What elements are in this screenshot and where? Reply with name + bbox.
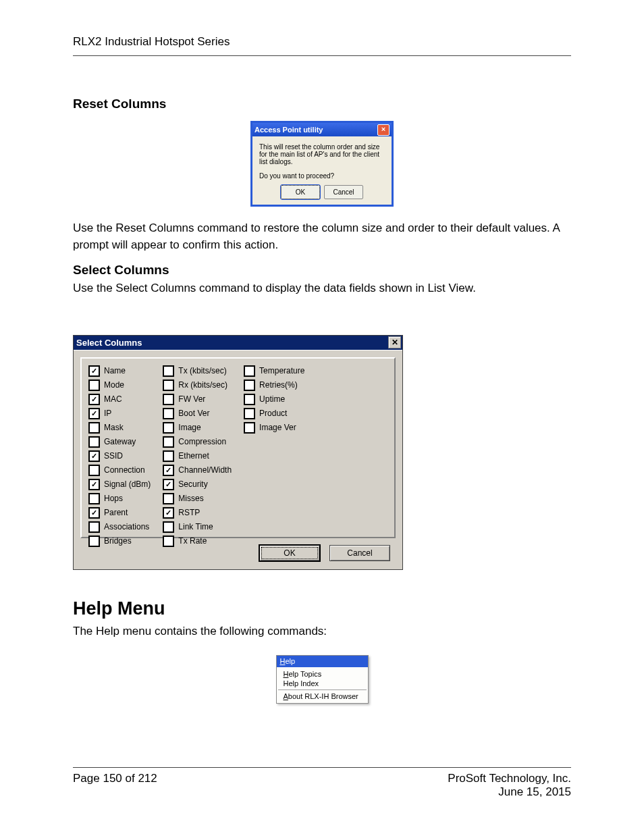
checkbox-mask[interactable]: Mask bbox=[88, 422, 151, 434]
checkbox-label: MAC bbox=[104, 394, 122, 404]
cancel-button[interactable]: Cancel bbox=[324, 185, 363, 199]
close-icon[interactable]: × bbox=[377, 124, 390, 136]
checkbox-icon[interactable]: ✓ bbox=[88, 450, 100, 462]
checkbox-tx-rate[interactable]: Tx Rate bbox=[163, 536, 232, 547]
checkbox-label: IP bbox=[104, 409, 111, 418]
checkbox-label: Parent bbox=[104, 508, 128, 517]
checkbox-label: Rx (kbits/sec) bbox=[178, 380, 227, 390]
checkbox-ssid[interactable]: ✓SSID bbox=[88, 450, 151, 462]
ok-button[interactable]: OK bbox=[281, 185, 320, 199]
checkbox-icon[interactable] bbox=[163, 422, 174, 434]
checkbox-uptime[interactable]: Uptime bbox=[244, 394, 304, 405]
checkbox-temperature[interactable]: Temperature bbox=[244, 365, 304, 377]
checkbox-fw-ver[interactable]: FW Ver bbox=[163, 394, 232, 405]
checkbox-icon[interactable] bbox=[244, 408, 255, 419]
cancel-button[interactable]: Cancel bbox=[329, 545, 390, 561]
checkbox-connection[interactable]: Connection bbox=[88, 465, 151, 476]
checkbox-icon[interactable] bbox=[163, 536, 174, 547]
checkbox-icon[interactable] bbox=[163, 436, 174, 448]
checkbox-security[interactable]: ✓Security bbox=[163, 479, 232, 490]
checkbox-image[interactable]: Image bbox=[163, 422, 232, 434]
checkbox-icon[interactable]: ✓ bbox=[88, 408, 100, 419]
checkbox-icon[interactable]: ✓ bbox=[88, 507, 100, 519]
checkbox-hops[interactable]: Hops bbox=[88, 493, 151, 504]
checkbox-icon[interactable] bbox=[244, 365, 255, 377]
checkbox-icon[interactable] bbox=[88, 380, 100, 391]
checkbox-label: Image Ver bbox=[259, 423, 296, 432]
heading-select-columns: Select Columns bbox=[73, 263, 571, 278]
checkbox-label: Temperature bbox=[259, 366, 304, 375]
checkbox-icon[interactable] bbox=[163, 394, 174, 405]
checkbox-label: Product bbox=[259, 409, 287, 418]
checkbox-column-2: Tx (kbits/sec)Rx (kbits/sec)FW VerBoot V… bbox=[163, 365, 232, 522]
checkbox-icon[interactable]: ✓ bbox=[163, 479, 174, 490]
checkbox-icon[interactable]: ✓ bbox=[88, 394, 100, 405]
menu-separator bbox=[278, 689, 367, 690]
checkbox-icon[interactable]: ✓ bbox=[163, 507, 174, 519]
checkbox-icon[interactable] bbox=[88, 521, 100, 533]
heading-reset-columns: Reset Columns bbox=[73, 97, 571, 111]
checkbox-misses[interactable]: Misses bbox=[163, 493, 232, 504]
checkbox-signal-dbm-[interactable]: ✓Signal (dBm) bbox=[88, 479, 151, 490]
checkbox-label: Gateway bbox=[104, 437, 136, 446]
footer-page: Page 150 of 212 bbox=[73, 772, 157, 799]
checkbox-label: Signal (dBm) bbox=[104, 479, 151, 489]
checkbox-name[interactable]: ✓Name bbox=[88, 365, 151, 377]
checkbox-icon[interactable] bbox=[163, 365, 174, 377]
dialog-title: Select Columns bbox=[76, 338, 142, 348]
checkbox-icon[interactable] bbox=[88, 536, 100, 547]
checkbox-icon[interactable] bbox=[244, 422, 255, 434]
checkbox-icon[interactable] bbox=[163, 521, 174, 533]
checkbox-label: Connection bbox=[104, 465, 145, 475]
checkbox-icon[interactable] bbox=[244, 394, 255, 405]
body-text-help: The Help menu contains the following com… bbox=[73, 623, 571, 640]
checkbox-label: Bridges bbox=[104, 536, 132, 546]
checkbox-icon[interactable]: ✓ bbox=[163, 465, 174, 476]
menu-item-about[interactable]: About RLX-IH Browser bbox=[277, 692, 368, 701]
checkbox-label: Ethernet bbox=[178, 451, 209, 461]
close-icon[interactable]: ✕ bbox=[388, 336, 401, 348]
checkbox-icon[interactable] bbox=[88, 422, 100, 434]
checkbox-rstp[interactable]: ✓RSTP bbox=[163, 507, 232, 519]
checkbox-label: Channel/Width bbox=[178, 465, 232, 475]
checkbox-label: Uptime bbox=[259, 394, 285, 404]
checkbox-icon[interactable] bbox=[163, 493, 174, 504]
checkbox-mac[interactable]: ✓MAC bbox=[88, 394, 151, 405]
checkbox-boot-ver[interactable]: Boot Ver bbox=[163, 408, 232, 419]
checkbox-icon[interactable] bbox=[163, 380, 174, 391]
checkbox-parent[interactable]: ✓Parent bbox=[88, 507, 151, 519]
dialog-text-1: This will reset the column order and siz… bbox=[259, 143, 385, 165]
checkbox-label: Name bbox=[104, 366, 126, 375]
checkbox-icon[interactable]: ✓ bbox=[88, 365, 100, 377]
checkbox-icon[interactable] bbox=[88, 436, 100, 448]
menu-item-help-topics[interactable]: Help Topics bbox=[277, 669, 368, 679]
help-menu-title[interactable]: Help bbox=[277, 656, 368, 667]
checkbox-ethernet[interactable]: Ethernet bbox=[163, 450, 232, 462]
checkbox-label: Tx (kbits/sec) bbox=[178, 366, 226, 375]
menu-item-help-index[interactable]: Help Index bbox=[277, 679, 368, 688]
ok-button[interactable]: OK bbox=[259, 545, 320, 561]
checkbox-associations[interactable]: Associations bbox=[88, 521, 151, 533]
checkbox-product[interactable]: Product bbox=[244, 408, 304, 419]
checkbox-icon[interactable]: ✓ bbox=[88, 479, 100, 490]
checkbox-column-3: TemperatureRetries(%)UptimeProductImage … bbox=[244, 365, 304, 522]
checkbox-label: Associations bbox=[104, 522, 149, 531]
checkbox-icon[interactable] bbox=[244, 380, 255, 391]
checkbox-image-ver[interactable]: Image Ver bbox=[244, 422, 304, 434]
checkbox-rx-kbits-sec-[interactable]: Rx (kbits/sec) bbox=[163, 380, 232, 391]
checkbox-bridges[interactable]: Bridges bbox=[88, 536, 151, 547]
dialog-select-columns: Select Columns ✕ ✓NameMode✓MAC✓IPMaskGat… bbox=[73, 335, 403, 570]
checkbox-link-time[interactable]: Link Time bbox=[163, 521, 232, 533]
checkbox-retries-[interactable]: Retries(%) bbox=[244, 380, 304, 391]
checkbox-icon[interactable] bbox=[163, 450, 174, 462]
checkbox-ip[interactable]: ✓IP bbox=[88, 408, 151, 419]
checkbox-gateway[interactable]: Gateway bbox=[88, 436, 151, 448]
checkbox-icon[interactable] bbox=[163, 408, 174, 419]
checkbox-label: Tx Rate bbox=[178, 536, 207, 546]
checkbox-compression[interactable]: Compression bbox=[163, 436, 232, 448]
checkbox-icon[interactable] bbox=[88, 493, 100, 504]
checkbox-mode[interactable]: Mode bbox=[88, 380, 151, 391]
checkbox-channel-width[interactable]: ✓Channel/Width bbox=[163, 465, 232, 476]
checkbox-icon[interactable] bbox=[88, 465, 100, 476]
checkbox-tx-kbits-sec-[interactable]: Tx (kbits/sec) bbox=[163, 365, 232, 377]
